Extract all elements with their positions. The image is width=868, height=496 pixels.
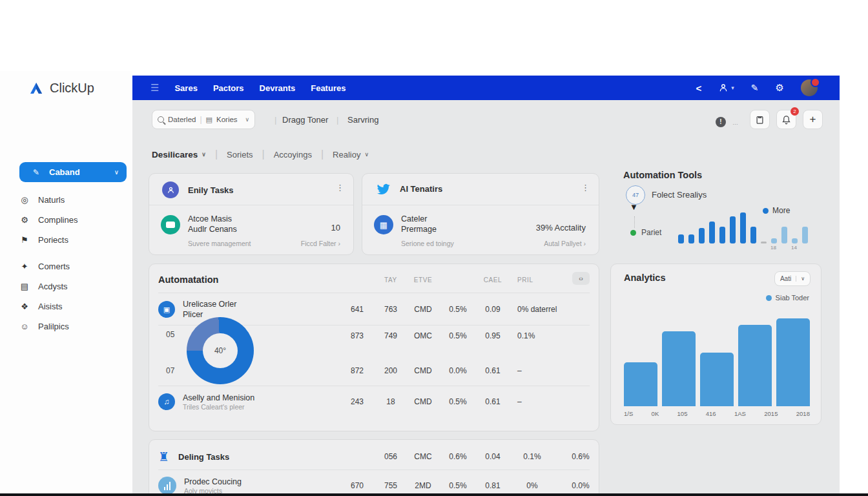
board-icon: ▤: [206, 116, 212, 124]
kebab-menu-icon[interactable]: ⋮: [336, 183, 344, 192]
sidebar-item-active[interactable]: ✎ Caband ∨: [19, 162, 127, 182]
mini-bar: [699, 228, 705, 243]
automation-tools-card: Automation Tools 47 Folect Srealiys ▼ Pa…: [610, 165, 822, 255]
task-count-value: 10: [331, 223, 340, 232]
cell: 872: [339, 366, 375, 375]
edit-pencil-icon[interactable]: ✎: [751, 83, 759, 93]
sidebar-item-acdysts[interactable]: ▤Acdysts: [8, 276, 130, 296]
search-filter: Kories: [216, 116, 238, 123]
point-label: Pariet: [641, 228, 661, 237]
search-divider: |: [200, 115, 202, 124]
logo-text: ClickUp: [50, 81, 94, 96]
cell: 0.61: [476, 366, 510, 375]
sidebar-item-comerts[interactable]: ✦Comerts: [8, 256, 130, 276]
x-axis-label: 0K: [652, 410, 659, 417]
chevron-down-icon: ▾: [731, 85, 734, 91]
target-icon: ◎: [19, 195, 30, 205]
table-row: ♫ Aselly and Menision Triles Caleart's p…: [149, 387, 599, 417]
table-title: Automatation: [158, 274, 339, 285]
auto-pallyet-link[interactable]: Autal Pallyet ›: [544, 240, 586, 247]
sarvring-link[interactable]: Sarvring: [347, 115, 378, 125]
card-header: Enily Tasks: [162, 181, 234, 198]
plus-icon: +: [810, 113, 816, 126]
nav-item-sares[interactable]: Sares: [174, 83, 197, 93]
wrench-icon: ⚙: [19, 215, 30, 225]
cell: 2MD: [406, 481, 440, 490]
triangle-down-icon: ▼: [630, 202, 638, 212]
cell: 641: [339, 305, 375, 314]
tab-realioy[interactable]: Realioy ∨: [333, 150, 369, 160]
drag-toner-link[interactable]: Dragg Toner: [282, 115, 328, 125]
cell: 0.0%: [555, 481, 606, 490]
logo: ClickUp: [28, 80, 132, 96]
kebab-menu-icon[interactable]: ⋮: [581, 183, 590, 192]
x-axis-label: 2015: [764, 410, 778, 417]
tab-divider: |: [321, 149, 324, 160]
mini-bar: [781, 227, 787, 243]
sidebar-item-complines[interactable]: ⚙Complines: [8, 210, 130, 230]
table-expand-button[interactable]: ‹›: [572, 272, 590, 285]
user-avatar[interactable]: [801, 79, 818, 96]
nav-item-devrants[interactable]: Devrants: [260, 83, 296, 93]
nav-item-pactors[interactable]: Pactors: [213, 83, 244, 93]
sidebar-item-label: Caband: [49, 167, 80, 177]
tab-soriets[interactable]: Soriets: [227, 150, 253, 160]
tab-desilicares[interactable]: Desilicares ∨: [152, 150, 206, 160]
view-tabs: Desilicares ∨ | Soriets | Accoyings | Re…: [152, 149, 369, 160]
mini-bar: [771, 238, 777, 243]
mini-bar: [802, 227, 808, 243]
donut-center-value: 40°: [214, 346, 226, 355]
bottom-edge-bar: [0, 493, 868, 496]
analytics-x-axis: 1/S0K1054161AS20152018: [624, 410, 810, 417]
sidebar-item-poriects[interactable]: ⚑Poriects: [8, 230, 130, 250]
location-pin-icon: ⚑: [19, 235, 30, 245]
sidebar-item-label: Aisists: [38, 302, 63, 311]
settings-gear-icon[interactable]: ⚙: [776, 82, 784, 94]
ai-subtitle: Serione ed toingy: [401, 240, 454, 247]
tab-divider: |: [262, 149, 265, 160]
dropdown-value: Aati: [780, 275, 791, 282]
analytics-filter-dropdown[interactable]: Aati ∨: [774, 271, 811, 286]
twitter-bird-icon: [375, 181, 391, 196]
add-button[interactable]: +: [803, 110, 823, 129]
card-title: Analytics: [624, 273, 665, 283]
share-icon[interactable]: <: [696, 83, 702, 94]
tab-accoyings[interactable]: Accoyings: [274, 150, 312, 160]
account-menu[interactable]: ▾: [718, 83, 734, 93]
sidebar-item-palilpics[interactable]: ☺Palilpics: [8, 316, 130, 336]
sidebar-item-label: Naturls: [38, 195, 65, 205]
film-grid-icon: ▦: [374, 215, 393, 234]
hamburger-menu-icon[interactable]: ☰: [150, 82, 159, 94]
column-header: CAEL: [476, 276, 510, 284]
tab-label: Realioy: [333, 150, 360, 160]
notifications-button[interactable]: 2: [776, 110, 796, 129]
table-row: Prodec Coucing Aoly movicts 670 755 2MD …: [149, 471, 599, 496]
chevron-down-icon: ∨: [114, 169, 119, 176]
sidebar-item-aisists[interactable]: ❖Aisists: [8, 296, 130, 316]
tab-divider: |: [215, 149, 218, 160]
mini-bar-label: 18: [770, 245, 776, 251]
clipboard-button[interactable]: [750, 110, 770, 129]
row-title: Aselly and Menision: [183, 393, 254, 403]
info-icon: !: [716, 117, 726, 127]
cell: 0.04: [476, 452, 510, 461]
automation-table-card: Automatation TAY ETVE CAEL PRIL ‹› ▣ Ure…: [149, 264, 599, 431]
notification-dot: [811, 78, 820, 87]
analytics-card: Analytics Aati ∨ Siab Toder 1/S0K1054161…: [610, 264, 822, 425]
tools-label: Folect Srealiys: [652, 190, 707, 200]
table-row: 872 200 CMD 0.0% 0.61 –: [149, 361, 599, 380]
cell: –: [510, 397, 591, 406]
chevron-down-icon: ∨: [202, 151, 206, 158]
cell: 670: [339, 481, 375, 490]
mini-bar: [688, 234, 694, 243]
card-header: AI Tenatirs: [375, 181, 442, 196]
cell: 0.09: [476, 305, 510, 314]
package-icon: ▣: [158, 301, 175, 318]
x-axis-label: 1/S: [624, 410, 633, 417]
search-box[interactable]: Daterled | ▤ Kories ∨: [152, 110, 255, 129]
mini-bar: [792, 238, 798, 243]
fixed-filter-link[interactable]: Ficcd Falter ›: [301, 240, 340, 247]
sidebar-item-label: Poriects: [38, 235, 68, 245]
nav-item-features[interactable]: Features: [311, 83, 346, 93]
sidebar-item-naturls[interactable]: ◎Naturls: [8, 190, 130, 210]
